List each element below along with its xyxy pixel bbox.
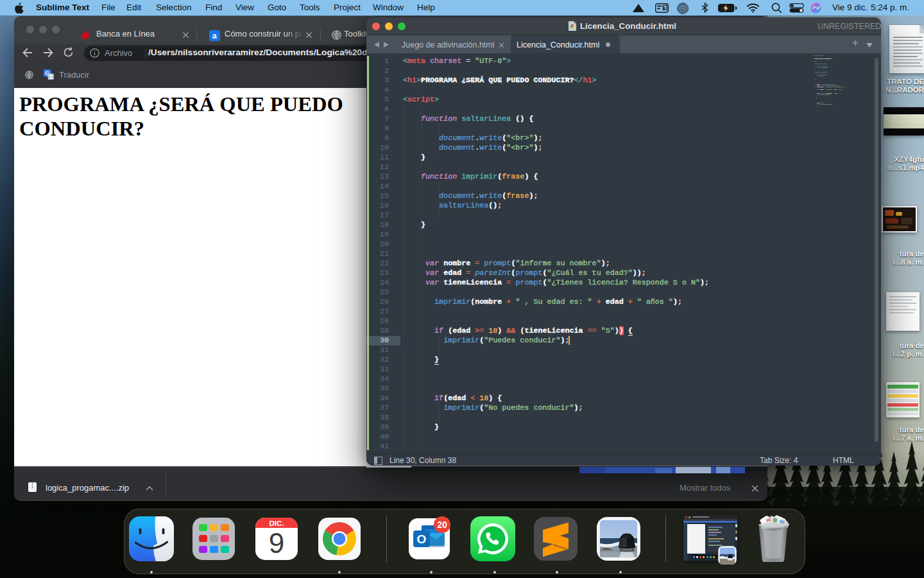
svg-text:DIC.: DIC.	[270, 520, 284, 527]
svg-text:20: 20	[437, 520, 447, 530]
svg-text:O: O	[417, 532, 427, 546]
svg-text:9: 9	[269, 527, 284, 559]
svg-text:文: 文	[48, 73, 54, 80]
